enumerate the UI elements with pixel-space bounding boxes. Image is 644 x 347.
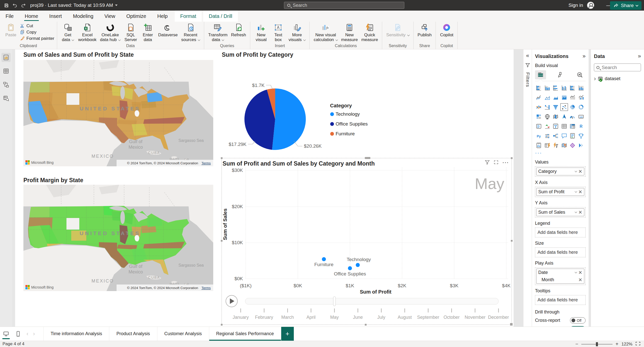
well-size-empty[interactable]: Add data fields here: [535, 247, 586, 257]
visual-type-waterfall-chart[interactable]: [544, 103, 551, 111]
report-page[interactable]: Sum of Sales and Sum of Profit by State …: [15, 49, 514, 327]
zoom-out-button[interactable]: −: [575, 341, 578, 347]
redo-icon[interactable]: [19, 1, 28, 10]
well-legend-empty[interactable]: Add data fields here: [535, 228, 586, 237]
paste-button[interactable]: Paste: [3, 23, 19, 38]
quick-measure-button[interactable]: Quickmeasure: [360, 23, 379, 43]
new-visual-button[interactable]: Newvisual: [253, 23, 269, 43]
visual-type-power-platform[interactable]: [577, 142, 585, 149]
previous-page-icon[interactable]: ‹: [24, 327, 31, 341]
data-search-box[interactable]: [594, 64, 641, 71]
visual-type-line-chart[interactable]: [535, 94, 543, 101]
new-page-button[interactable]: +: [281, 327, 294, 341]
visual-type-kpi[interactable]: [544, 122, 551, 130]
visual-type-matrix[interactable]: [569, 122, 576, 130]
next-page-icon[interactable]: ›: [31, 327, 37, 341]
menu-help[interactable]: Help: [152, 11, 173, 22]
filters-pane-label[interactable]: Filters: [525, 72, 530, 87]
onelake-data-hub-button[interactable]: OneLakedata hub: [98, 23, 122, 43]
remove-field-icon[interactable]: ✕: [578, 189, 582, 195]
visual-type-100-stacked-bar-chart[interactable]: [569, 84, 576, 92]
visual-type-slicer-new[interactable]: [544, 132, 551, 140]
visual-type-filled-map[interactable]: [552, 113, 559, 120]
text-box-button[interactable]: ATextbox: [270, 23, 287, 43]
field-pill-date[interactable]: Date✕: [536, 269, 584, 276]
menu-optimize[interactable]: Optimize: [121, 11, 152, 22]
resize-handle[interactable]: [221, 157, 223, 159]
table-view-icon[interactable]: [2, 67, 11, 76]
visual-type-100-stacked-area-chart[interactable]: [560, 94, 568, 101]
excel-workbook-button[interactable]: XExcelworkbook: [77, 23, 98, 43]
remove-field-icon[interactable]: ✕: [578, 270, 582, 275]
visual-type-100-stacked-column-chart[interactable]: [577, 84, 585, 92]
page-tab-time-information-analysis[interactable]: Time information Analysis: [43, 327, 109, 341]
resize-handle[interactable]: [221, 324, 223, 326]
field-pill-month[interactable]: Month✕: [536, 276, 584, 283]
copilot-button[interactable]: Copilot: [438, 23, 455, 38]
visual-type-table[interactable]: [560, 122, 568, 130]
sign-in-button[interactable]: Sign in: [568, 3, 583, 8]
expand-filters-icon[interactable]: «: [526, 52, 529, 59]
page-tab-regional-sales-performance[interactable]: Regional Sales Performance: [209, 327, 281, 341]
remove-field-icon[interactable]: ✕: [578, 169, 582, 174]
visual-type-map[interactable]: [544, 113, 551, 120]
chevron-down-icon[interactable]: [575, 170, 577, 172]
mobile-view-icon[interactable]: [12, 327, 24, 341]
visual-type-r-script-visual[interactable]: R: [577, 122, 585, 130]
dataset-tree-item[interactable]: › dataset: [594, 76, 641, 81]
menu-modeling[interactable]: Modeling: [67, 11, 99, 22]
field-pill-sum-of-profit[interactable]: Sum of Profit✕: [536, 188, 584, 196]
data-search-input[interactable]: [602, 65, 637, 70]
chevron-down-icon[interactable]: [575, 271, 577, 273]
share-button[interactable]: Share: [610, 1, 641, 10]
visual-type-stacked-column-chart[interactable]: [544, 84, 551, 92]
desktop-view-icon[interactable]: [0, 327, 12, 341]
visual-type-azure-map[interactable]: [560, 113, 568, 120]
recent-sources-button[interactable]: Recentsources: [180, 23, 201, 43]
map-sales-visual[interactable]: UNITED STATESMEXICOGulf ofMexicoCUBAHAIT…: [23, 60, 213, 166]
visual-type-slicer[interactable]: [552, 122, 559, 130]
visual-type-ribbon-chart[interactable]: [535, 103, 543, 111]
collapse-data-icon[interactable]: »: [638, 53, 641, 59]
remove-field-icon[interactable]: ✕: [578, 209, 582, 215]
resize-handle[interactable]: [511, 240, 513, 242]
visual-type-multi-row-card[interactable]: [535, 122, 543, 130]
well-tooltips-empty[interactable]: Add data fields here: [535, 295, 586, 305]
scatter-visual-selected[interactable]: Sum of Profit and Sum of Sales by Catego…: [222, 158, 512, 325]
visual-type-smart-narrative[interactable]: [569, 132, 576, 140]
model-view-icon[interactable]: [2, 80, 11, 89]
visual-type-metrics[interactable]: [577, 132, 585, 140]
visual-type-arcgis-map[interactable]: [560, 142, 568, 149]
zoom-slider-handle[interactable]: [596, 342, 598, 346]
resize-handle[interactable]: [365, 324, 367, 326]
visual-type-q-and-a[interactable]: [560, 132, 568, 140]
visual-type-scatter-chart[interactable]: [560, 103, 568, 111]
publish-button[interactable]: Publish: [416, 23, 433, 38]
resize-handle[interactable]: [365, 157, 370, 159]
undo-icon[interactable]: [11, 1, 19, 10]
chevron-down-icon[interactable]: [575, 211, 577, 213]
menu-format[interactable]: Format: [175, 11, 202, 22]
visual-type-clustered-bar-chart[interactable]: [552, 84, 559, 92]
visual-type-clustered-column-chart[interactable]: [560, 84, 568, 92]
visual-type-pie-chart[interactable]: [569, 103, 576, 111]
menu-insert[interactable]: Insert: [44, 11, 67, 22]
copy-button[interactable]: Copy: [20, 29, 37, 35]
more-options-icon[interactable]: ···: [503, 160, 509, 166]
new-visual-calculation-button[interactable]: fxNew visualcalculation: [312, 23, 339, 43]
visual-type-power-automate[interactable]: [552, 142, 559, 149]
global-search-input[interactable]: Search: [284, 2, 404, 9]
resize-handle[interactable]: [510, 323, 513, 326]
document-title[interactable]: proj39 · Last saved: Today at 10:59 AM: [30, 3, 118, 8]
visual-type-appsource-visual[interactable]: [569, 142, 576, 149]
tab-format-visual[interactable]: [555, 70, 566, 79]
visual-type-stacked-area-chart[interactable]: [552, 94, 559, 101]
map-margin-visual[interactable]: UNITED STATESMEXICOGulf ofMexicoCUBAHAIT…: [23, 185, 213, 291]
dax-query-view-icon[interactable]: [2, 94, 11, 103]
menu-home[interactable]: Home: [19, 11, 44, 22]
visual-type-funnel-chart[interactable]: [552, 103, 559, 111]
focus-mode-icon[interactable]: [494, 160, 498, 166]
transform-data-button[interactable]: Transformdata: [207, 23, 229, 43]
visual-type-line-stacked-column-chart[interactable]: [569, 94, 576, 101]
report-view-icon[interactable]: [2, 53, 11, 62]
